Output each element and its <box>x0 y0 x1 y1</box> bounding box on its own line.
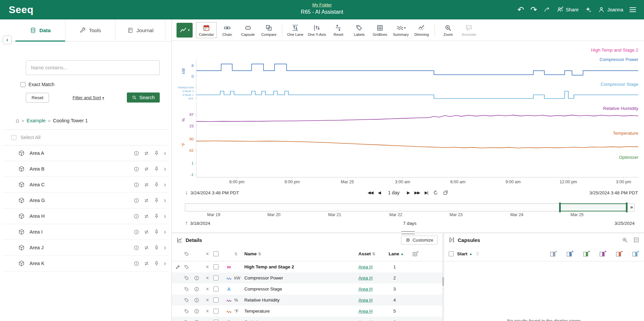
lane-label-optimizer[interactable]: Optimizer <box>619 155 638 160</box>
capsule-stat-column-icon[interactable] <box>599 251 606 257</box>
remove-icon[interactable]: × <box>204 297 211 303</box>
capsule-stat-column-icon[interactable] <box>583 251 590 257</box>
edit-icon[interactable] <box>175 264 181 270</box>
chevron-right-icon[interactable]: › <box>164 228 166 236</box>
row-checkbox[interactable] <box>213 320 218 321</box>
asset-row[interactable]: Area H › <box>3 208 168 224</box>
zoom-to-capsule-icon[interactable] <box>622 237 628 243</box>
collapse-panel-icon[interactable] <box>633 237 639 243</box>
tag-icon[interactable] <box>184 264 189 270</box>
step-forward-icon[interactable]: ▶ <box>407 190 409 195</box>
tool-labels[interactable]: Labels <box>349 22 369 38</box>
details-row[interactable]: × A Compressor Stage Area H 3 <box>172 283 442 295</box>
collapse-sidebar-button[interactable]: ‹ <box>3 36 12 44</box>
asset-row[interactable]: Area A › <box>3 145 168 161</box>
remove-all-icon[interactable]: × <box>204 251 211 257</box>
tool-annotate[interactable]: Annotate <box>458 22 479 38</box>
column-asset[interactable]: Asset ⇅ <box>358 251 389 256</box>
capsule-stat-column-icon[interactable] <box>550 251 557 257</box>
drag-dots-icon[interactable] <box>477 252 479 256</box>
tool-calendar[interactable]: Calendar <box>196 22 217 38</box>
display-range-end[interactable]: 3/25/2024 3:48 PM PDT <box>589 190 638 195</box>
tag-icon[interactable] <box>184 320 189 321</box>
swap-icon[interactable] <box>144 245 149 251</box>
tool-reset[interactable]: Reset <box>328 22 349 38</box>
filter-and-sort-link[interactable]: Filter and Sort▾ <box>72 95 104 100</box>
pin-icon[interactable] <box>154 166 159 172</box>
capsule-stat-column-icon[interactable] <box>616 251 623 257</box>
details-row[interactable]: × % Relative Humidity Area H 4 <box>172 295 442 306</box>
info-icon[interactable] <box>134 198 139 203</box>
tool-one-y-axis[interactable]: One Y-Axis <box>306 22 328 38</box>
remove-icon[interactable]: × <box>204 319 211 321</box>
step-forward-full-icon[interactable]: ▶▶ <box>414 190 420 195</box>
investigate-range-end[interactable]: 3/25/2024 <box>614 221 635 226</box>
timeline-expand-icon[interactable]: » <box>630 204 633 210</box>
info-icon[interactable] <box>134 261 139 266</box>
tool-chain[interactable]: Chain <box>217 22 238 38</box>
remove-icon[interactable]: × <box>204 286 211 292</box>
tool-one-lane[interactable]: One Lane <box>285 22 306 38</box>
asset-link[interactable]: Area H <box>358 309 373 314</box>
asset-link[interactable]: Area H <box>358 264 373 269</box>
lane-label-relative-humidity[interactable]: Relative Humidity <box>603 106 638 111</box>
details-select-all-checkbox[interactable] <box>213 251 218 256</box>
folder-breadcrumb-link[interactable]: My Folder <box>312 2 332 7</box>
select-all-checkbox[interactable] <box>11 135 16 140</box>
series-temperature[interactable] <box>196 141 638 148</box>
add-column-icon[interactable] <box>412 251 419 257</box>
hamburger-menu-icon[interactable] <box>630 7 636 12</box>
row-checkbox[interactable] <box>213 298 218 303</box>
column-name[interactable]: Name ⇅ <box>244 251 358 256</box>
chevron-right-icon[interactable]: › <box>164 244 166 252</box>
chevron-right-icon[interactable]: › <box>164 149 166 157</box>
panel-resize-handle[interactable] <box>401 231 415 234</box>
chevron-right-icon[interactable]: › <box>164 212 166 220</box>
remove-icon[interactable]: × <box>204 264 211 270</box>
asset-row[interactable]: Area J › <box>3 240 168 256</box>
fast-forward-icon[interactable] <box>544 6 550 13</box>
asset-link[interactable]: Area H <box>358 320 373 321</box>
capsules-select-all-checkbox[interactable] <box>449 251 454 256</box>
info-icon[interactable] <box>134 182 139 188</box>
info-icon[interactable] <box>194 309 199 314</box>
info-icon[interactable] <box>194 320 199 321</box>
details-row[interactable]: × kW Compressor Power Area H 2 <box>172 272 442 283</box>
timeline-selection-window[interactable] <box>559 203 627 211</box>
asset-row[interactable]: Area C › <box>3 177 168 193</box>
pin-icon[interactable] <box>154 229 159 235</box>
lane-label-temperature[interactable]: Temperature <box>613 131 638 136</box>
tab-journal[interactable]: Journal <box>115 19 165 41</box>
series-compressor-power[interactable] <box>196 64 638 75</box>
home-icon[interactable]: ⌂ <box>16 117 19 124</box>
tab-data[interactable]: Data <box>15 19 65 41</box>
tag-icon[interactable] <box>184 251 189 257</box>
reset-button[interactable]: Reset <box>26 93 49 103</box>
share-button[interactable]: Share <box>557 6 579 13</box>
tool-summary[interactable]: ▾ Summary <box>390 22 411 38</box>
breadcrumb-example[interactable]: Example <box>27 118 45 123</box>
chevron-right-icon[interactable]: › <box>164 165 166 173</box>
asset-row[interactable]: Area I › <box>3 224 168 240</box>
view-mode-dropdown[interactable]: ▾ <box>177 23 193 38</box>
trend-chart[interactable]: 80kWTRANSITIONSTAGE 2STAGE 1OFF9723%9062… <box>172 41 644 186</box>
row-checkbox[interactable] <box>213 264 218 269</box>
details-row[interactable]: × Optimizer Area H 6 <box>172 317 442 321</box>
asset-row[interactable]: Area G › <box>3 193 168 208</box>
step-to-now-icon[interactable]: ▶| <box>425 190 428 195</box>
asset-row[interactable]: Area B › <box>3 161 168 177</box>
lane-label-compressor-power[interactable]: Compressor Power <box>599 57 638 62</box>
exact-match-checkbox[interactable] <box>20 82 26 87</box>
timeline-track[interactable]: » <box>185 203 635 211</box>
pin-icon[interactable] <box>154 213 159 219</box>
investigate-range-down-icon[interactable]: ↓ <box>185 189 188 196</box>
search-button[interactable]: Search <box>127 92 160 103</box>
series-relative-humidity[interactable] <box>196 115 638 121</box>
info-icon[interactable] <box>134 166 139 172</box>
asset-link[interactable]: Area H <box>358 286 373 292</box>
tool-capsule[interactable]: Capsule <box>238 22 258 38</box>
details-row[interactable]: × High Temp and Stage 2 Area H 1 <box>172 261 442 272</box>
pin-icon[interactable] <box>154 150 159 156</box>
step-back-full-icon[interactable]: ◀◀ <box>367 190 373 195</box>
investigate-range-start[interactable]: 3/18/2024 <box>190 221 210 226</box>
